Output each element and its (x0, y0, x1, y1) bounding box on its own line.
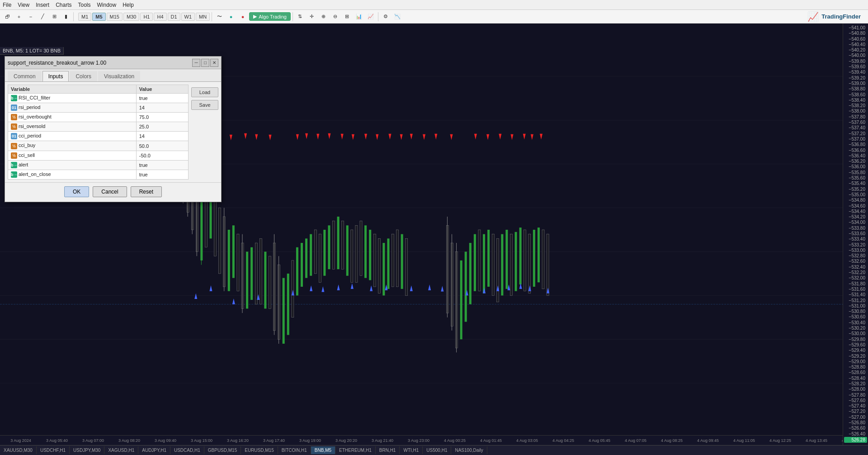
tf-M5[interactable]: M5 (92, 13, 105, 21)
tab-visualization[interactable]: Visualization (98, 71, 140, 81)
algo-trading-btn[interactable]: ▶ Algo Trading (249, 12, 291, 21)
menu-tools[interactable]: Tools (78, 2, 91, 8)
zoom-in-btn[interactable]: + (14, 11, 24, 22)
dialog-titlebar[interactable]: support_resistance_breakout_arrow 1.00 ─… (5, 57, 221, 69)
minimize-button[interactable]: ─ (192, 59, 200, 67)
instrument-tab[interactable]: WTI,H1 (400, 446, 423, 454)
indicators-btn[interactable]: ⇅ (295, 11, 306, 22)
vol1-btn[interactable]: 📊 (354, 11, 364, 22)
tf-D1[interactable]: D1 (168, 13, 180, 21)
table-row[interactable]: 01cci_period14 (8, 132, 189, 141)
tf-H4[interactable]: H4 (154, 13, 166, 21)
instrument-tab[interactable]: US500,H1 (423, 446, 451, 454)
tab-inputs[interactable]: Inputs (42, 71, 69, 81)
var-value-cell[interactable]: -50.0 (136, 151, 188, 160)
red-dot-btn[interactable]: ● (237, 11, 248, 22)
svg-rect-72 (401, 234, 403, 289)
line-chart-btn[interactable]: ╱ (37, 11, 48, 22)
tab-common[interactable]: Common (8, 71, 42, 81)
instrument-tab[interactable]: BNB,M5 (311, 446, 335, 454)
instrument-tab[interactable]: BITCOIN,H1 (278, 446, 311, 454)
ok-button[interactable]: OK (64, 186, 89, 197)
var-value-cell[interactable]: 14 (136, 132, 188, 141)
menu-view[interactable]: View (18, 2, 29, 8)
instrument-tab[interactable]: EURUSD,M15 (241, 446, 278, 454)
zoom-reset-btn[interactable]: ⊕ (318, 11, 329, 22)
sell-signals (196, 133, 542, 141)
instrument-tab[interactable]: USDCHF,H1 (37, 446, 70, 454)
maximize-button[interactable]: □ (201, 59, 209, 67)
table-row[interactable]: b→RSI_CCI_filtertrue (8, 94, 189, 103)
price-53520: −535.20 (844, 187, 867, 192)
var-value-cell[interactable]: 25.0 (136, 122, 188, 132)
line-type-btn[interactable]: 〜 (214, 11, 225, 22)
load-button[interactable]: Load (191, 87, 218, 97)
table-row[interactable]: 01rsi_period14 (8, 103, 189, 113)
chart-btn2[interactable]: 📉 (392, 11, 403, 22)
svg-marker-110 (328, 133, 330, 139)
menu-window[interactable]: Window (97, 2, 117, 8)
svg-rect-47 (287, 274, 289, 335)
crosshair-btn[interactable]: ✛ (307, 11, 317, 22)
var-value-cell[interactable]: true (136, 94, 188, 103)
tf-M1[interactable]: M1 (78, 13, 91, 21)
price-531: −531.00 (844, 303, 867, 308)
svg-rect-50 (301, 243, 303, 287)
menu-file[interactable]: File (3, 2, 11, 8)
vol2-btn[interactable]: 📈 (365, 11, 376, 22)
candle-chart-btn[interactable]: ▮ (61, 11, 71, 22)
settings-btn[interactable]: ⚙ (380, 11, 391, 22)
instrument-tab[interactable]: NAS100,Daily (451, 446, 487, 454)
sep4 (378, 12, 378, 21)
instrument-tab[interactable]: USDCAD,H1 (170, 446, 204, 454)
instrument-tab[interactable]: AUDJPY,H1 (138, 446, 170, 454)
time-11: 3 Aug 23:00 (401, 438, 437, 443)
bar-chart-btn[interactable]: ⊞ (49, 11, 60, 22)
menu-charts[interactable]: Charts (56, 2, 71, 8)
table-row[interactable]: ½rsi_overbought75.0 (8, 113, 189, 122)
save-button[interactable]: Save (191, 100, 218, 110)
menu-help[interactable]: Help (123, 2, 134, 8)
menu-insert[interactable]: Insert (36, 2, 49, 8)
var-value-cell[interactable]: true (136, 160, 188, 170)
var-name-cell: 01rsi_period (8, 103, 137, 113)
var-value-cell[interactable]: 14 (136, 103, 188, 113)
var-value-cell[interactable]: 50.0 (136, 141, 188, 151)
logo-icon: 📈 (807, 11, 819, 22)
table-row[interactable]: ½rsi_oversold25.0 (8, 122, 189, 132)
table-row[interactable]: b→alert_on_closetrue (8, 170, 189, 179)
price-53840: −538.40 (844, 98, 867, 103)
green-dot-btn[interactable]: ● (226, 11, 236, 22)
time-14: 4 Aug 03:05 (509, 438, 545, 443)
tab-colors[interactable]: Colors (70, 71, 97, 81)
tf-H1[interactable]: H1 (140, 13, 153, 21)
instrument-tab[interactable]: GBPUSD,M15 (204, 446, 241, 454)
instrument-tab[interactable]: XAGUSD,H1 (104, 446, 138, 454)
table-row[interactable]: ½cci_buy50.0 (8, 141, 189, 151)
instrument-tab[interactable]: XAUUSD,M30 (0, 446, 37, 454)
instrument-tab[interactable]: BRN,H1 (376, 446, 400, 454)
tf-MN[interactable]: MN (196, 13, 210, 21)
play-icon: ▶ (253, 14, 257, 19)
table-row[interactable]: ½cci_sell-50.0 (8, 151, 189, 160)
var-value-cell[interactable]: true (136, 170, 188, 179)
tf-M30[interactable]: M30 (123, 13, 139, 21)
instrument-tab[interactable]: USDJPY,M30 (70, 446, 104, 454)
tf-W1[interactable]: W1 (181, 13, 195, 21)
chart-area: BNB, M5: 1 LOT= 30 BNB −541.00 −540.80 −… (0, 24, 868, 445)
price-53340: −533.40 (844, 237, 867, 242)
svg-rect-28 (219, 208, 221, 274)
instrument-tab[interactable]: ETHEREUM,H1 (335, 446, 376, 454)
grid-btn[interactable]: ⊞ (342, 11, 353, 22)
reset-button[interactable]: Reset (131, 186, 162, 197)
table-row[interactable]: b→alerttrue (8, 160, 189, 170)
var-name-cell: ½cci_sell (8, 151, 137, 160)
tf-M15[interactable]: M15 (107, 13, 123, 21)
zoom-out-btn[interactable]: − (25, 11, 36, 22)
new-chart-btn[interactable]: 🗗 (2, 11, 13, 22)
cancel-button[interactable]: Cancel (93, 186, 127, 197)
zoom-out2-btn[interactable]: ⊖ (330, 11, 341, 22)
close-button[interactable]: ✕ (210, 59, 218, 67)
var-value-cell[interactable]: 75.0 (136, 113, 188, 122)
time-1: 3 Aug 05:40 (39, 438, 75, 443)
